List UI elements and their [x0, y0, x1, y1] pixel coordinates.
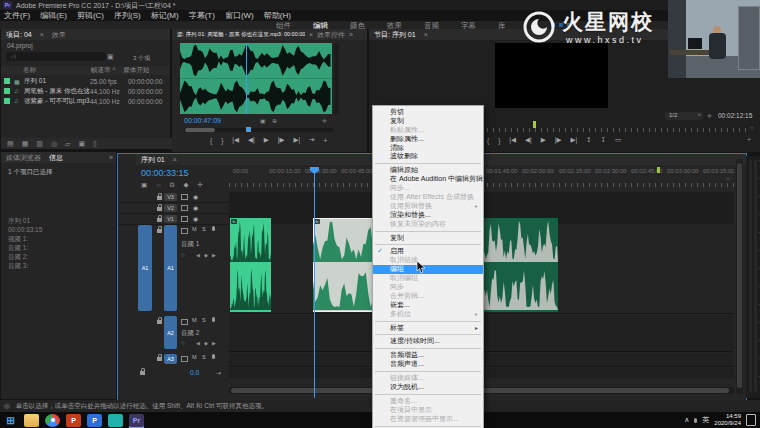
context-menu-item[interactable]: 取消链接	[373, 256, 483, 265]
column-rate[interactable]: 帧速率	[91, 66, 111, 75]
project-column-headers[interactable]: 名称 帧速率 ^ 媒体开始	[1, 66, 170, 75]
source-position-marker[interactable]	[246, 127, 251, 132]
next-keyframe-icon[interactable]: ▶	[212, 252, 216, 258]
taskbar-app-icon[interactable]: Pr	[129, 414, 144, 427]
transport-button[interactable]: ◀|	[525, 136, 532, 144]
project-breadcrumb[interactable]: 04.prproj	[1, 40, 170, 52]
sync-lock-icon[interactable]	[181, 205, 188, 211]
taskbar-app-icon[interactable]	[108, 414, 123, 427]
context-menu-item[interactable]: 粘贴属性...	[373, 126, 483, 135]
track-lock-icon[interactable]	[157, 207, 162, 211]
taskbar-app-icon[interactable]	[24, 414, 39, 427]
audio-clip-1[interactable]: fx	[230, 218, 271, 312]
project-media-row[interactable]: ▦ 序列 01 25.00 fps 00:00:00:00	[1, 76, 170, 86]
pan-knob-icon[interactable]: ○	[181, 340, 185, 346]
context-menu-item[interactable]: 嵌套...	[373, 301, 483, 310]
source-wrench-icon[interactable]: ✛	[322, 117, 327, 124]
column-name[interactable]: 名称	[23, 66, 91, 75]
menu-item[interactable]: 标记(M)	[151, 10, 179, 21]
project-media-row[interactable]: ♫ 张紫豪 - 可不可以.mp3 44,100 Hz 00:00:00:00	[1, 96, 170, 106]
info-overflow-chevron-icon[interactable]: »	[109, 154, 113, 161]
transport-button[interactable]: +	[324, 137, 328, 144]
ruler-zoom-handle-icon[interactable]: ○	[726, 176, 730, 182]
taskbar-app-icon[interactable]: P	[87, 414, 102, 427]
project-tool-icon[interactable]: ◎	[51, 140, 57, 148]
track-target-a2[interactable]: A2	[164, 316, 177, 349]
menu-item[interactable]: 帮助(H)	[264, 10, 291, 21]
transport-button[interactable]: ⇥	[309, 136, 314, 144]
context-menu-item[interactable]: 编组	[373, 265, 483, 274]
voiceover-mic-icon[interactable]	[212, 226, 215, 231]
project-tool-icon[interactable]: ▥	[36, 140, 43, 148]
context-menu-item[interactable]	[375, 163, 481, 164]
timeline-tool-icon[interactable]: ∩	[156, 181, 161, 189]
menu-item[interactable]: 编辑(E)	[40, 10, 67, 21]
menu-item[interactable]: 剪辑(C)	[77, 10, 104, 21]
program-zoom-select[interactable]: 1/2 ˅	[665, 112, 703, 120]
context-menu-item[interactable]: 速度/持续时间...	[373, 337, 483, 346]
add-keyframe-icon[interactable]: ◆	[204, 340, 208, 346]
context-menu-item[interactable]: 音频增益...	[373, 351, 483, 360]
context-menu-item[interactable]: 音频声道...	[373, 360, 483, 369]
timeline-tool-icon[interactable]: ⧉	[170, 181, 175, 189]
notification-center-icon[interactable]	[746, 414, 756, 426]
track-name-label[interactable]: 音频 2	[181, 329, 199, 338]
source-playhead-line[interactable]	[246, 43, 247, 114]
context-menu-item[interactable]: 设为脱机...	[373, 383, 483, 392]
track-target-button[interactable]: V2	[164, 204, 177, 212]
context-menu-item[interactable]: 标签 ▸	[373, 324, 483, 333]
mute-button[interactable]: M	[192, 354, 197, 360]
audio-clip-3[interactable]: fx	[473, 218, 558, 312]
tab-effect-controls[interactable]: 效果控件	[317, 30, 345, 40]
source-patch-a1[interactable]: A1	[138, 225, 152, 311]
context-menu-item[interactable]: 复制	[373, 117, 483, 126]
transport-button[interactable]: ▭	[615, 136, 621, 144]
transport-button[interactable]: |◀	[232, 136, 239, 144]
context-menu-item[interactable]: 使用剪辑替换 ▸	[373, 202, 483, 211]
tray-mic-icon[interactable]	[694, 418, 697, 423]
timeline-tool-icon[interactable]: ▣	[141, 181, 147, 189]
project-filter-icon[interactable]: ▣	[107, 53, 114, 61]
transport-button[interactable]: ▶|	[293, 136, 300, 144]
transport-button[interactable]: }	[221, 137, 223, 144]
taskbar-app-icon[interactable]: ⊞	[3, 414, 18, 427]
track-lock-icon[interactable]	[157, 357, 162, 361]
program-add-button[interactable]: +	[747, 136, 751, 143]
program-marker[interactable]	[533, 121, 536, 128]
context-menu-item[interactable]	[375, 426, 481, 427]
timeline-timecode[interactable]: 00:00:33:15	[141, 168, 189, 178]
context-menu-item[interactable]: 合并剪辑...	[373, 292, 483, 301]
context-menu-item[interactable]	[375, 394, 481, 395]
track-lock-icon[interactable]	[157, 218, 162, 222]
project-tool-icon[interactable]: ▦	[22, 140, 29, 148]
track-target-a3[interactable]: A3	[164, 354, 177, 364]
context-menu-item[interactable]: 在 Adobe Audition 中编辑剪辑	[373, 175, 483, 184]
track-target-a1[interactable]: A1	[164, 225, 177, 311]
context-menu-item[interactable]	[375, 321, 481, 322]
program-tab-close-icon[interactable]: ×	[424, 31, 428, 38]
label-color-chip[interactable]	[4, 88, 10, 94]
context-menu-item[interactable]: 删除属性...	[373, 135, 483, 144]
track-lock-icon[interactable]	[140, 371, 145, 375]
source-tab-close-icon[interactable]: ×	[309, 31, 313, 38]
track-lock-icon[interactable]	[157, 196, 162, 200]
media-name[interactable]: 周笔畅 - 原来 你也在这里.	[24, 87, 90, 96]
context-menu-item[interactable]: 波纹删除	[373, 152, 483, 161]
transport-button[interactable]: ◀|	[248, 136, 255, 144]
voiceover-mic-icon[interactable]	[212, 317, 215, 322]
context-menu-item[interactable]	[375, 348, 481, 349]
sync-lock-icon[interactable]	[181, 216, 188, 222]
solo-button[interactable]: S	[202, 226, 206, 232]
context-menu-item[interactable]	[375, 371, 481, 372]
source-zoom-thumb[interactable]	[185, 128, 215, 132]
media-name[interactable]: 张紫豪 - 可不可以.mp3	[24, 97, 90, 106]
source-compare-icon[interactable]: ⊕	[272, 117, 277, 124]
menu-item[interactable]: 文件(F)	[4, 10, 30, 21]
context-menu-item[interactable]: 编辑原始	[373, 166, 483, 175]
program-wrench-icon[interactable]: ✛	[707, 112, 712, 119]
tab-sequence[interactable]: 序列 01	[141, 155, 165, 165]
context-menu-item[interactable]: 在资源管理器中显示...	[373, 415, 483, 424]
mute-button[interactable]: M	[192, 226, 197, 232]
context-menu-item[interactable]: 同步...	[373, 184, 483, 193]
label-color-chip[interactable]	[4, 78, 10, 84]
